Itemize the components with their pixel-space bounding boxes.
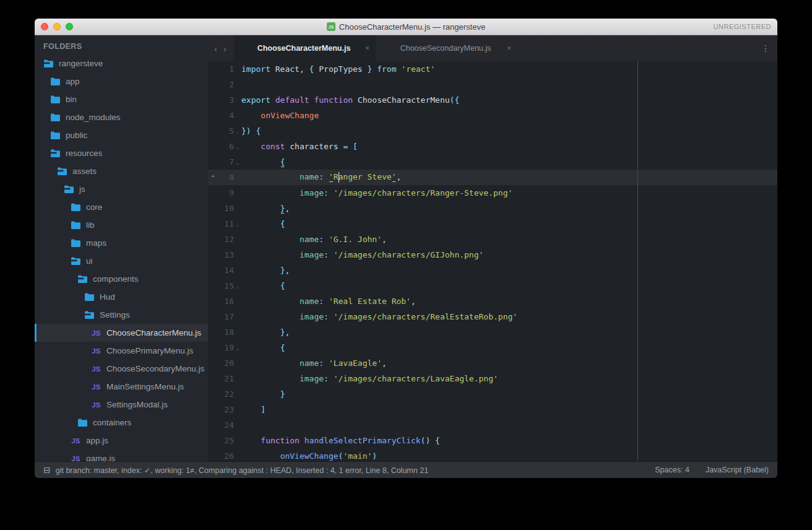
code-line-16[interactable]: 16 name: 'Real Estate Rob', xyxy=(208,293,777,309)
code-line-23[interactable]: 23 ] xyxy=(208,402,777,417)
sidebar-item-label: ChoosePrimaryMenu.js xyxy=(106,346,193,355)
line-number: 11 xyxy=(218,219,234,228)
code-line-22[interactable]: 22 } xyxy=(208,386,777,402)
prev-tab-icon[interactable]: ‹ xyxy=(214,43,217,54)
minimize-window-button[interactable] xyxy=(53,23,61,30)
code-line-19[interactable]: 19⌄ { xyxy=(208,340,777,355)
tab-choosesecondarymenu-js[interactable]: ChooseSecondaryMenu.js× xyxy=(376,35,517,61)
sidebar-item-settings[interactable]: Settings xyxy=(35,306,208,324)
folder-tree: rangersteveappbinnode_modulespublicresou… xyxy=(35,54,208,461)
zoom-window-button[interactable] xyxy=(66,23,73,30)
sidebar-item-core[interactable]: core xyxy=(35,198,208,216)
code-line-17[interactable]: 17 image: '/images/characters/RealEstate… xyxy=(208,309,777,324)
sidebar-item-maps[interactable]: maps xyxy=(35,234,208,252)
folder-icon xyxy=(77,419,88,427)
sidebar-item-label: ChooseSecondaryMenu.js xyxy=(106,364,204,373)
sidebar-item-label: app.js xyxy=(86,436,108,445)
sidebar-item-label: game.js xyxy=(86,454,115,461)
folder-icon xyxy=(50,95,61,103)
code-line-8[interactable]: ❝8 name: 'Ranger Steve', xyxy=(208,170,777,185)
sidebar-item-chooseprimarymenu-js[interactable]: JSChoosePrimaryMenu.js xyxy=(35,342,208,360)
document-icon: JS xyxy=(327,22,335,31)
syntax-setting[interactable]: JavaScript (Babel) xyxy=(706,466,769,474)
tab-label: ChooseCharacterMenu.js xyxy=(248,44,360,53)
close-tab-icon[interactable]: × xyxy=(365,44,369,53)
sidebar-item-components[interactable]: components xyxy=(35,270,208,288)
next-tab-icon[interactable]: › xyxy=(223,43,227,54)
code-line-18[interactable]: 18 }, xyxy=(208,324,777,340)
sidebar-item-resources[interactable]: resources xyxy=(35,144,208,162)
code-line-4[interactable]: 4 onViewChange xyxy=(208,108,777,123)
line-number: 14 xyxy=(218,266,234,275)
code-text: image: '/images/characters/GIJohn.png' xyxy=(241,250,483,259)
status-left: ⊟ git branch: master, index: ✓, working:… xyxy=(43,465,655,475)
code-text: { xyxy=(241,343,285,352)
code-line-6[interactable]: 6⌄ const characters = [ xyxy=(208,139,777,154)
indentation-setting[interactable]: Spaces: 4 xyxy=(655,466,689,474)
fold-arrow-icon[interactable]: ⌄ xyxy=(234,283,241,289)
sidebar-item-rangersteve[interactable]: rangersteve xyxy=(35,54,208,72)
sidebar-item-bin[interactable]: bin xyxy=(35,90,208,108)
code-editor[interactable]: 1import React, { PropTypes } from 'react… xyxy=(208,61,777,461)
code-line-14[interactable]: 14 }, xyxy=(208,263,777,278)
app-window: JS ChooseCharacterMenu.js — rangersteve … xyxy=(35,19,777,478)
code-line-26[interactable]: 26 onViewChange('main') xyxy=(208,448,777,461)
sidebar-item-assets[interactable]: assets xyxy=(35,162,208,180)
code-line-11[interactable]: 11⌄ { xyxy=(208,216,777,232)
code-text: function handleSelectPrimaryClick() { xyxy=(241,436,440,445)
sidebar-item-containers[interactable]: containers xyxy=(35,414,208,432)
fold-arrow-icon[interactable]: ⌄ xyxy=(234,159,241,165)
sidebar-item-mainsettingsmenu-js[interactable]: JSMainSettingsMenu.js xyxy=(35,378,208,396)
close-window-button[interactable] xyxy=(41,23,48,30)
sidebar-item-choosecharactermenu-js[interactable]: JSChooseCharacterMenu.js xyxy=(35,324,208,342)
line-number: 9 xyxy=(218,188,234,198)
code-line-13[interactable]: 13 image: '/images/characters/GIJohn.png… xyxy=(208,247,777,263)
code-line-20[interactable]: 20 name: 'LavaEagle', xyxy=(208,355,777,371)
code-text: import React, { PropTypes } from 'react' xyxy=(241,64,435,74)
sidebar-item-app[interactable]: app xyxy=(35,72,208,90)
code-text: { xyxy=(241,157,285,167)
code-line-12[interactable]: 12 name: 'G.I. John', xyxy=(208,232,777,247)
sidebar-item-js[interactable]: js xyxy=(35,180,208,198)
unregistered-badge: UNREGISTERED xyxy=(714,23,771,30)
sidebar-item-choosesecondarymenu-js[interactable]: JSChooseSecondaryMenu.js xyxy=(35,360,208,378)
code-line-24[interactable]: 24 xyxy=(208,417,777,433)
line-number: 21 xyxy=(218,374,234,383)
code-line-21[interactable]: 21 image: '/images/characters/LavaEagle.… xyxy=(208,371,777,386)
sidebar-item-node-modules[interactable]: node_modules xyxy=(35,108,208,126)
code-line-25[interactable]: 25 function handleSelectPrimaryClick() { xyxy=(208,433,777,448)
sidebar-item-label: ChooseCharacterMenu.js xyxy=(106,328,201,337)
title-center: JS ChooseCharacterMenu.js — rangersteve xyxy=(35,22,777,32)
code-text: name: 'G.I. John', xyxy=(241,235,387,244)
fold-arrow-icon[interactable]: ⌄ xyxy=(234,345,241,351)
fold-arrow-icon[interactable]: ⌄ xyxy=(234,144,241,150)
code-line-3[interactable]: 3export default function ChooseCharacter… xyxy=(208,92,777,108)
line-number: 4 xyxy=(218,111,234,120)
code-line-2[interactable]: 2 xyxy=(208,77,777,92)
code-line-9[interactable]: 9 image: '/images/characters/Ranger-Stev… xyxy=(208,185,777,201)
code-line-15[interactable]: 15⌄ { xyxy=(208,278,777,293)
close-tab-icon[interactable]: × xyxy=(507,44,511,53)
line-number: 6 xyxy=(218,142,234,151)
sidebar-item-hud[interactable]: Hud xyxy=(35,288,208,306)
js-file-icon: JS xyxy=(91,347,102,355)
code-text: }, xyxy=(241,266,290,275)
sidebar-item-lib[interactable]: lib xyxy=(35,216,208,234)
code-line-7[interactable]: 7⌄ { xyxy=(208,154,777,170)
tab-choosecharactermenu-js[interactable]: ChooseCharacterMenu.js× xyxy=(234,35,376,61)
code-line-10[interactable]: 10 }, xyxy=(208,201,777,216)
fold-arrow-icon[interactable]: ⌄ xyxy=(234,128,241,134)
code-line-5[interactable]: 5⌄}) { xyxy=(208,123,777,139)
code-line-1[interactable]: 1import React, { PropTypes } from 'react… xyxy=(208,61,777,77)
sidebar-item-settingsmodal-js[interactable]: JSSettingsModal.js xyxy=(35,396,208,414)
tab-overflow-icon[interactable]: ⋮ xyxy=(761,35,770,61)
tab-strip: ChooseCharacterMenu.js×ChooseSecondaryMe… xyxy=(234,35,517,61)
sidebar-item-ui[interactable]: ui xyxy=(35,252,208,270)
fold-arrow-icon[interactable]: ⌄ xyxy=(234,221,241,227)
sidebar-item-game-js[interactable]: JSgame.js xyxy=(35,450,208,461)
sidebar-item-public[interactable]: public xyxy=(35,126,208,144)
line-number: 22 xyxy=(218,389,234,399)
git-status-icon[interactable]: ⊟ xyxy=(43,465,51,475)
sidebar-item-app-js[interactable]: JSapp.js xyxy=(35,432,208,450)
code-text: const characters = [ xyxy=(241,142,358,151)
